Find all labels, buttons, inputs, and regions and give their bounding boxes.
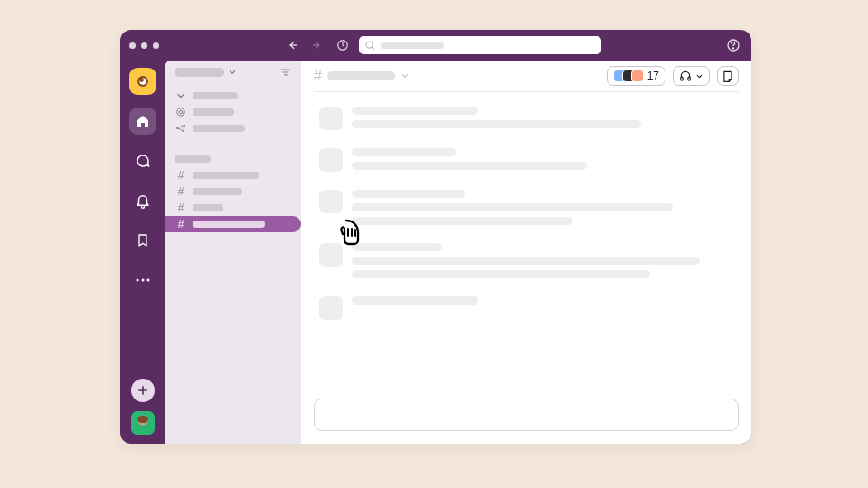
- canvas-icon: [722, 70, 734, 82]
- sidebar-channel-item[interactable]: #: [165, 167, 301, 183]
- nav-more[interactable]: [129, 267, 156, 294]
- nav-activity[interactable]: [129, 187, 156, 214]
- hash-icon: #: [175, 185, 187, 198]
- send-icon: [175, 123, 187, 134]
- members-button[interactable]: 17: [607, 66, 665, 86]
- nav-later[interactable]: [129, 227, 156, 254]
- sidebar-section-item[interactable]: [165, 88, 301, 104]
- nav-rail: [120, 61, 165, 444]
- help-button[interactable]: [724, 36, 742, 54]
- channel-sidebar: ####: [165, 61, 301, 444]
- sidebar-channels: ####: [165, 147, 301, 236]
- message-composer[interactable]: [314, 399, 739, 431]
- svg-point-20: [179, 110, 183, 114]
- user-avatar[interactable]: [131, 411, 155, 435]
- message-text-placeholder: [352, 120, 641, 128]
- huddle-button[interactable]: [673, 66, 710, 86]
- message-text-placeholder: [352, 162, 587, 170]
- mention-icon: [175, 107, 187, 117]
- svg-point-11: [142, 279, 145, 282]
- message-text-placeholder: [352, 243, 442, 251]
- message[interactable]: [319, 105, 733, 130]
- sidebar-channel-item[interactable]: #: [165, 200, 301, 216]
- sidebar-channels-heading[interactable]: [165, 151, 301, 167]
- window-controls: [129, 42, 159, 49]
- caret-icon: [175, 90, 187, 101]
- message-stream[interactable]: [301, 92, 751, 399]
- message[interactable]: [319, 188, 733, 225]
- message-text-placeholder: [352, 107, 478, 115]
- sidebar-channel-item[interactable]: #: [165, 183, 301, 200]
- message-text-placeholder: [352, 148, 456, 156]
- search-icon: [364, 40, 375, 51]
- hash-icon: #: [175, 202, 187, 214]
- canvas-button[interactable]: [717, 66, 739, 86]
- channel-header: # 17: [301, 61, 751, 91]
- nav-dms[interactable]: [129, 147, 156, 174]
- message-avatar: [319, 148, 343, 172]
- member-avatar: [631, 70, 644, 82]
- message-text-placeholder: [352, 296, 478, 305]
- hash-icon: #: [175, 218, 187, 230]
- chevron-down-icon: [228, 68, 237, 77]
- main-pane: # 17: [301, 61, 751, 444]
- channel-name-button[interactable]: #: [314, 68, 410, 84]
- sidebar-channel-item[interactable]: #: [165, 216, 301, 232]
- message-avatar: [319, 190, 343, 213]
- message-text-placeholder: [352, 270, 650, 278]
- message-avatar: [319, 296, 343, 320]
- window-zoom-icon[interactable]: [153, 42, 159, 49]
- nav-home[interactable]: [129, 108, 156, 135]
- message-avatar: [319, 243, 343, 267]
- hash-icon: #: [175, 169, 187, 182]
- sidebar-section-item[interactable]: [165, 120, 301, 136]
- message-text-placeholder: [352, 217, 573, 225]
- svg-rect-22: [688, 77, 690, 80]
- create-new-button[interactable]: [131, 379, 155, 402]
- message-text-placeholder: [352, 190, 465, 198]
- svg-rect-21: [681, 77, 683, 80]
- message[interactable]: [319, 146, 733, 172]
- message[interactable]: [319, 241, 733, 278]
- message-text-placeholder: [352, 257, 700, 265]
- headphones-icon: [679, 70, 692, 82]
- app-window: #### # 17: [120, 30, 751, 444]
- message[interactable]: [319, 295, 733, 320]
- member-count: 17: [647, 70, 659, 82]
- svg-line-4: [372, 47, 374, 50]
- nav-back-button[interactable]: [283, 36, 301, 54]
- sidebar-section-item[interactable]: [165, 104, 301, 120]
- message-text-placeholder: [352, 203, 673, 211]
- nav-forward-button[interactable]: [308, 36, 326, 54]
- title-bar: [120, 30, 751, 61]
- svg-point-10: [137, 279, 139, 282]
- filter-icon[interactable]: [279, 66, 292, 79]
- svg-point-9: [139, 78, 144, 82]
- workspace-switcher[interactable]: [129, 68, 156, 95]
- sidebar-sections: [165, 84, 301, 140]
- search-placeholder: [381, 42, 444, 49]
- svg-point-12: [147, 279, 150, 282]
- hash-icon: #: [314, 68, 322, 84]
- sidebar-header[interactable]: [165, 61, 301, 84]
- message-avatar: [319, 107, 343, 130]
- svg-point-6: [732, 48, 733, 49]
- search-input[interactable]: [359, 36, 601, 54]
- history-button[interactable]: [334, 36, 352, 54]
- chevron-down-icon: [401, 71, 410, 80]
- chevron-down-icon: [695, 72, 703, 80]
- window-close-icon[interactable]: [129, 42, 136, 49]
- window-minimize-icon[interactable]: [141, 42, 147, 49]
